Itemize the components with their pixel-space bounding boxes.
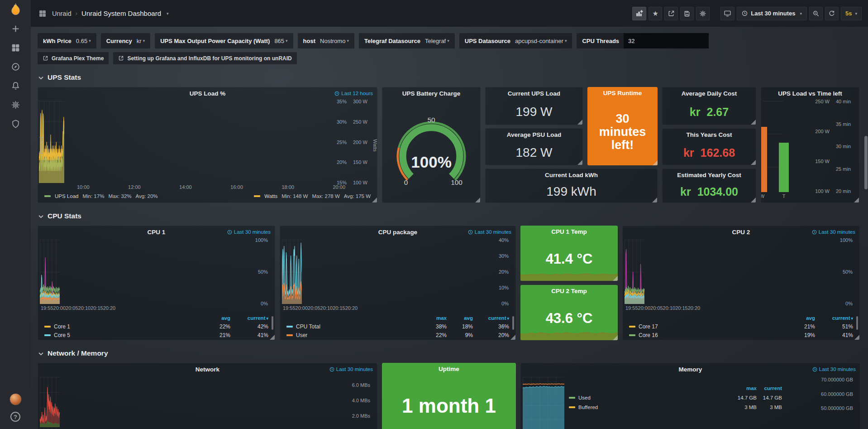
legend-item-watts[interactable]: Watts Min: 148 W Max: 278 W Avg: 175 W [254,193,371,199]
panel-resize-handle[interactable] [577,160,582,165]
help-icon[interactable]: ? [10,412,20,422]
chart-plot-area[interactable] [40,240,60,304]
panel-time-range[interactable]: Last 30 minutes [227,229,271,235]
panel-cpu-package: CPU package Last 30 minutes 40%30%20%10%… [280,226,516,340]
y-axis-ticks-left: 35%30%25%20%15% [64,99,350,185]
chevron-down-icon [38,74,43,81]
variable-kwh-price: kWh Price 0.65▾ [38,33,96,48]
save-button[interactable] [680,7,694,20]
legend-header-current[interactable]: current▾ [473,315,509,321]
link-grafana-plex-theme[interactable]: Grafana Plex Theme [38,52,109,64]
chevron-down-icon[interactable]: ▾ [167,11,169,16]
panel-resize-handle[interactable] [751,160,756,165]
time-range-picker[interactable]: Last 30 minutes ▾ [737,7,807,20]
legend-scrollbar[interactable] [512,316,514,330]
panel-ups-load-vs-time-left: UPS Load vs Time left 250 W200 W150 W100… [761,87,859,203]
stat-value: 199 W [516,105,553,119]
stat-value: kr1034.00 [680,185,738,198]
panel-resize-handle[interactable] [372,198,377,202]
star-button[interactable]: ★ [649,7,662,20]
link-ups-monitoring-guide[interactable]: Setting up Grafana and InfluxDB for UPS … [113,52,296,64]
chart-plot-area[interactable] [40,377,60,429]
cpu-threads-input[interactable] [624,33,709,48]
dashboards-icon[interactable] [5,38,25,57]
sort-caret-icon: ▾ [507,316,509,321]
create-plus-icon[interactable] [5,19,25,38]
legend-scrollbar[interactable] [856,316,858,330]
bar-W [761,127,767,192]
x-axis-ticks: 19:5520:0020:0520:1020:1520:20 [40,304,60,312]
panel-resize-handle[interactable] [751,120,756,125]
panel-network: Network Last 30 minutes 6.0 MBs4.0 MBs2.… [38,363,377,429]
legend-header-current[interactable]: current▾ [815,315,853,321]
legend-header-max[interactable]: max [733,386,757,391]
panel-resize-handle[interactable] [613,276,618,281]
network-panels-row: Network Last 30 minutes 6.0 MBs4.0 MBs2.… [38,363,861,429]
breadcrumb-separator: › [76,10,77,17]
panel-resize-handle[interactable] [652,198,657,202]
legend-header-current[interactable]: current [757,386,782,391]
sparkline [520,265,618,281]
panel-resize-handle[interactable] [854,335,859,340]
panel-time-range[interactable]: Last 30 minutes [812,366,856,372]
panel-resize-handle[interactable] [577,120,582,125]
panel-time-range[interactable]: Last 12 hours [334,91,373,96]
chevron-down-icon: ▾ [143,39,145,43]
panel-time-range[interactable]: Last 30 minutes [329,366,373,372]
variable-currency: Currency kr▾ [101,33,150,48]
grafana-logo-icon[interactable] [5,0,25,19]
refresh-button[interactable] [825,7,839,20]
share-button[interactable] [664,7,678,20]
panel-time-range[interactable]: Last 30 minutes [468,229,511,235]
add-panel-button[interactable] [632,7,646,20]
user-avatar[interactable] [10,393,22,405]
topbar: Unraid › Unraid System Dashboard ▾ ★ [31,0,868,27]
chart-plot-area[interactable] [282,240,302,304]
variable-telegraf-datasource: Telegraf Datasource Telegraf▾ [359,33,455,48]
cycle-view-button[interactable] [720,7,734,20]
page-scrollbar[interactable] [864,136,868,189]
explore-compass-icon[interactable] [5,57,25,76]
chevron-down-icon: ▾ [855,11,857,16]
chart-plot-area[interactable] [523,377,564,429]
breadcrumb-app[interactable]: Unraid [52,10,72,17]
legend-header-avg[interactable]: avg [447,315,473,321]
x-axis-ticks: 19:5520:0020:0520:1020:1520:20 [282,304,302,312]
apps-grid-icon[interactable] [37,8,48,19]
legend-header-max[interactable]: max [420,315,447,321]
panel-resize-handle[interactable] [510,335,515,340]
section-cpu-stats[interactable]: CPU Stats [38,212,860,220]
chart-plot-area[interactable] [625,240,644,304]
zoom-out-button[interactable] [809,7,823,20]
panel-resize-handle[interactable] [613,335,618,340]
alerting-bell-icon[interactable] [5,76,25,95]
section-network-memory[interactable]: Network / Memory [38,349,860,357]
legend-header-avg[interactable]: avg [785,315,815,321]
dashboard-settings-button[interactable] [696,7,710,20]
legend-row: Core 1 22% 42% [44,322,268,331]
legend-header-avg[interactable]: avg [200,315,230,321]
dashboard-title[interactable]: Unraid System Dashboard [81,10,161,17]
legend-item-ups-load[interactable]: UPS Load Min: 17% Max: 32% Avg: 20% [44,193,158,199]
gauge-value: 100% [411,153,452,170]
y-axis-ticks-left: 250 W200 W150 W100 W [783,99,833,202]
variable-host: host Nostromo▾ [298,33,354,48]
variable-ups-max-output: UPS Max Output Power Capacity (Watt) 865… [155,33,293,48]
panel-time-range[interactable]: Last 30 minutes [812,229,855,235]
panel-ups-battery-charge: UPS Battery Charge 0 50 100 100% [382,87,481,203]
panel-resize-handle[interactable] [653,160,658,165]
section-ups-stats[interactable]: UPS Stats [38,73,860,82]
panel-resize-handle[interactable] [270,335,275,340]
sort-caret-icon: ▾ [851,316,853,321]
legend-header-current[interactable]: current▾ [230,315,268,321]
memory-legend: max current Used 14.7 GB 14.7 GB Buffere… [564,377,785,429]
panel-resize-handle[interactable] [854,198,859,202]
refresh-interval-picker[interactable]: 5s ▾ [841,7,862,20]
chevron-down-icon: ▾ [347,39,349,43]
panel-resize-handle[interactable] [751,198,756,202]
panel-resize-handle[interactable] [475,198,480,202]
legend-scrollbar[interactable] [272,316,273,330]
chart-plot-area[interactable]: WT [763,101,783,200]
server-admin-shield-icon[interactable] [5,114,25,133]
configuration-gear-icon[interactable] [5,95,25,114]
